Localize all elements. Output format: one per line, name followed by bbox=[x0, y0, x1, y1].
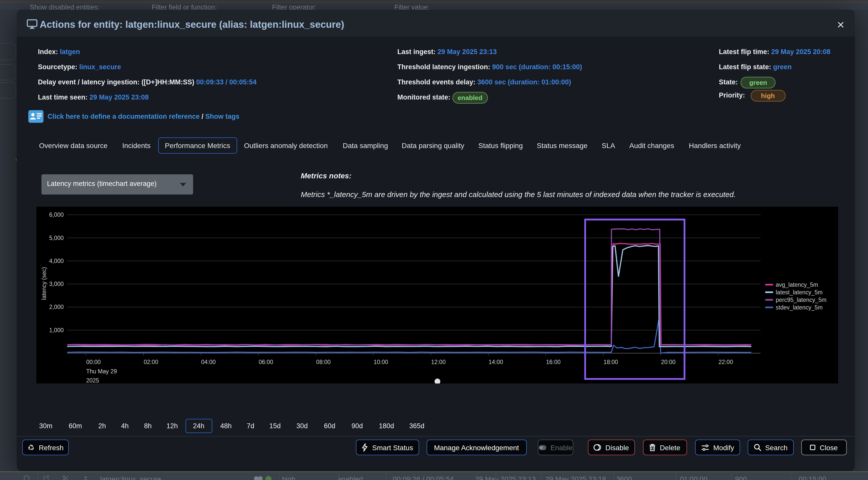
svg-text:Thu May 29: Thu May 29 bbox=[87, 368, 117, 375]
svg-text:20:00: 20:00 bbox=[661, 358, 676, 365]
svg-text:08:00: 08:00 bbox=[316, 358, 331, 365]
svg-text:5,000: 5,000 bbox=[49, 234, 64, 241]
svg-text:04:00: 04:00 bbox=[201, 358, 216, 365]
svg-text:10:00: 10:00 bbox=[374, 358, 389, 365]
svg-text:latest_latency_5m: latest_latency_5m bbox=[776, 289, 823, 295]
svg-text:00:00: 00:00 bbox=[87, 358, 101, 365]
svg-text:3,000: 3,000 bbox=[49, 280, 64, 287]
svg-text:06:00: 06:00 bbox=[259, 358, 274, 365]
svg-text:6,000: 6,000 bbox=[49, 211, 64, 218]
svg-text:perc95_latency_5m: perc95_latency_5m bbox=[776, 296, 827, 303]
svg-text:4,000: 4,000 bbox=[49, 257, 64, 264]
svg-text:2,000: 2,000 bbox=[49, 303, 64, 310]
svg-text:2025: 2025 bbox=[87, 377, 99, 383]
svg-text:12:00: 12:00 bbox=[431, 358, 446, 365]
svg-text:22:00: 22:00 bbox=[719, 358, 733, 365]
svg-text:1,000: 1,000 bbox=[49, 327, 64, 333]
svg-text:latency (sec): latency (sec) bbox=[41, 267, 48, 300]
svg-text:16:00: 16:00 bbox=[546, 358, 561, 365]
svg-text:avg_latency_5m: avg_latency_5m bbox=[776, 281, 818, 288]
svg-text:02:00: 02:00 bbox=[144, 358, 158, 365]
svg-text:18:00: 18:00 bbox=[603, 358, 618, 365]
svg-text:stdev_latency_5m: stdev_latency_5m bbox=[776, 304, 823, 311]
svg-text:14:00: 14:00 bbox=[489, 358, 503, 365]
